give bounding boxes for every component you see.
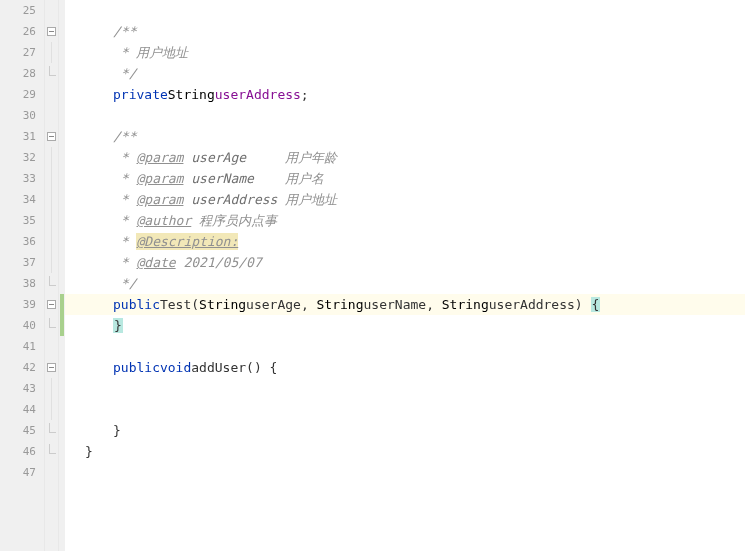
doc-desc: 程序员内点事 — [191, 212, 277, 230]
fold-end-icon — [49, 444, 56, 454]
code-line[interactable] — [85, 399, 745, 420]
code-line[interactable] — [85, 462, 745, 483]
line-number[interactable]: 30 — [0, 105, 44, 126]
javadoc-text: * 用户地址 — [113, 44, 188, 62]
fold-end-icon — [49, 66, 56, 76]
code-line[interactable]: private String userAddress; — [85, 84, 745, 105]
line-number[interactable]: 29 — [0, 84, 44, 105]
vcs-change-marker[interactable] — [60, 315, 64, 336]
fold-end-icon — [49, 423, 56, 433]
code-line[interactable]: * @Description: — [85, 231, 745, 252]
code-line[interactable] — [85, 378, 745, 399]
field-name: userAddress — [215, 87, 301, 102]
line-number[interactable]: 37 — [0, 252, 44, 273]
line-number[interactable]: 43 — [0, 378, 44, 399]
javadoc-star: * — [113, 192, 136, 207]
code-line[interactable]: */ — [85, 273, 745, 294]
param-name: userName — [364, 297, 427, 312]
line-number[interactable]: 44 — [0, 399, 44, 420]
type-string: String — [168, 87, 215, 102]
code-line[interactable]: } — [85, 441, 745, 462]
code-line[interactable]: */ — [85, 63, 745, 84]
fold-end-icon — [49, 276, 56, 286]
param-name: userAddress — [489, 297, 575, 312]
code-line[interactable]: * @param userAge 用户年龄 — [85, 147, 745, 168]
line-number[interactable]: 40 — [0, 315, 44, 336]
doc-tag-param: @param — [136, 171, 183, 186]
brace-close: } — [113, 318, 123, 333]
doc-param-name: userAge — [183, 150, 246, 165]
code-line[interactable]: /** — [85, 126, 745, 147]
line-number[interactable]: 42 — [0, 357, 44, 378]
javadoc-star: * — [113, 255, 136, 270]
keyword-public: public — [113, 297, 160, 312]
fold-toggle-icon[interactable] — [47, 363, 56, 372]
line-number[interactable]: 35 — [0, 210, 44, 231]
line-number[interactable]: 38 — [0, 273, 44, 294]
code-line[interactable]: } — [85, 420, 745, 441]
line-number[interactable]: 28 — [0, 63, 44, 84]
javadoc-star: * — [113, 213, 136, 228]
line-number-gutter: 25 26 27 28 29 30 31 32 33 34 35 36 37 3… — [0, 0, 45, 551]
code-line[interactable]: } — [85, 315, 745, 336]
brace-open: { — [591, 297, 601, 312]
code-line[interactable] — [85, 336, 745, 357]
doc-tag-param: @param — [136, 192, 183, 207]
fold-toggle-icon[interactable] — [47, 27, 56, 36]
fold-end-icon — [49, 318, 56, 328]
method-parens: () { — [246, 360, 277, 375]
type-string: String — [199, 297, 246, 312]
fold-toggle-icon[interactable] — [47, 132, 56, 141]
javadoc-close: */ — [113, 276, 136, 291]
code-line[interactable]: * 用户地址 — [85, 42, 745, 63]
doc-param-name: userName — [183, 171, 253, 186]
line-number[interactable]: 39 — [0, 294, 44, 315]
doc-tag-date: @date — [136, 255, 175, 270]
line-number[interactable]: 46 — [0, 441, 44, 462]
constructor-name: Test — [160, 297, 191, 312]
type-string: String — [442, 297, 489, 312]
doc-desc: 用户名 — [254, 170, 324, 188]
doc-param-name: userAddress — [183, 192, 277, 207]
line-number[interactable]: 33 — [0, 168, 44, 189]
line-number[interactable]: 36 — [0, 231, 44, 252]
code-line[interactable]: * @author 程序员内点事 — [85, 210, 745, 231]
line-number[interactable]: 31 — [0, 126, 44, 147]
code-line[interactable]: * @param userAddress 用户地址 — [85, 189, 745, 210]
vcs-change-marker[interactable] — [60, 294, 64, 315]
line-number[interactable]: 25 — [0, 0, 44, 21]
doc-tag-author: @author — [136, 213, 191, 228]
line-number[interactable]: 45 — [0, 420, 44, 441]
code-line[interactable] — [85, 0, 745, 21]
code-line-current[interactable]: public Test(String userAge, String userN… — [65, 294, 745, 315]
javadoc-star: * — [113, 171, 136, 186]
doc-desc: 用户年龄 — [246, 149, 337, 167]
code-line[interactable]: * @param userName 用户名 — [85, 168, 745, 189]
fold-toggle-icon[interactable] — [47, 300, 56, 309]
line-number[interactable]: 32 — [0, 147, 44, 168]
code-line[interactable]: * @date 2021/05/07 — [85, 252, 745, 273]
doc-tag-description: @Description: — [136, 233, 238, 250]
semicolon: ; — [301, 87, 309, 102]
doc-desc: 2021/05/07 — [176, 255, 262, 270]
line-number[interactable]: 41 — [0, 336, 44, 357]
line-number[interactable]: 27 — [0, 42, 44, 63]
type-string: String — [317, 297, 364, 312]
javadoc-open: /** — [113, 24, 136, 39]
javadoc-star: * — [113, 150, 136, 165]
doc-tag-param: @param — [136, 150, 183, 165]
doc-desc: 用户地址 — [277, 191, 337, 209]
method-name: addUser — [191, 360, 246, 375]
code-line[interactable]: /** — [85, 21, 745, 42]
keyword-void: void — [160, 360, 191, 375]
javadoc-open: /** — [113, 129, 136, 144]
line-number[interactable]: 47 — [0, 462, 44, 483]
code-line[interactable]: public void addUser() { — [85, 357, 745, 378]
javadoc-star: * — [113, 234, 136, 249]
line-number[interactable]: 26 — [0, 21, 44, 42]
line-number[interactable]: 34 — [0, 189, 44, 210]
code-line[interactable] — [85, 105, 745, 126]
brace-close: } — [85, 444, 93, 459]
code-editor[interactable]: /** * 用户地址 */ private String userAddress… — [65, 0, 745, 551]
fold-gutter — [45, 0, 59, 551]
